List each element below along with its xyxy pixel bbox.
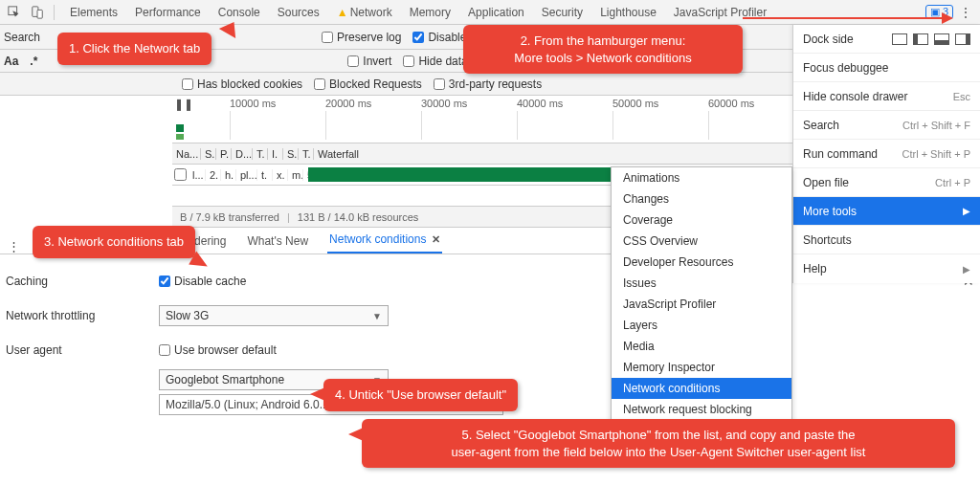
submenu-item[interactable]: Issues — [612, 273, 791, 294]
submenu-item[interactable]: Network request blocking — [612, 399, 791, 420]
inspect-icon[interactable] — [4, 2, 25, 23]
dock-side-label: Dock side — [803, 33, 854, 46]
blocked-requests-checkbox[interactable]: Blocked Requests — [314, 77, 422, 91]
drawer-tab-network-conditions[interactable]: Network conditions✕ — [327, 227, 442, 254]
menu-focus-debuggee[interactable]: Focus debuggee — [793, 54, 980, 82]
submenu-item[interactable]: Coverage — [612, 209, 791, 231]
menu-run-command[interactable]: Run commandCtrl + Shift + P — [793, 140, 980, 168]
use-browser-default-checkbox[interactable]: Use browser default — [159, 343, 277, 357]
search-label: Search — [4, 31, 40, 44]
dock-left-icon[interactable] — [913, 33, 928, 45]
submenu-item[interactable]: Network conditions — [612, 378, 791, 399]
caching-label: Caching — [6, 275, 140, 288]
timeline-mark — [176, 134, 184, 140]
drawer-menu-icon[interactable]: ⋮ — [8, 239, 20, 254]
submenu-item[interactable]: JavaScript Profiler — [612, 294, 791, 315]
submenu-item[interactable]: Layers — [612, 315, 791, 336]
case-toggle[interactable]: Aa — [4, 55, 18, 68]
svg-rect-2 — [37, 10, 42, 18]
disable-cache-checkbox-2[interactable]: Disable cache — [159, 275, 246, 288]
menu-more-tools[interactable]: More tools▶ — [793, 197, 980, 226]
tab-memory[interactable]: Memory — [408, 0, 453, 25]
timeline-pause-icon[interactable]: ❚❚ — [174, 98, 193, 111]
devtools-menu-button[interactable]: ⋮ — [955, 5, 976, 20]
callout-5: 5. Select "Googlebot Smartphone" from th… — [362, 419, 955, 468]
submenu-item[interactable]: Media — [612, 336, 791, 357]
tick: 60000 ms — [708, 98, 754, 109]
menu-hide-drawer[interactable]: Hide console drawerEsc — [793, 82, 980, 111]
regex-toggle[interactable]: .* — [30, 55, 37, 68]
third-party-checkbox[interactable]: 3rd-party requests — [434, 77, 542, 91]
preserve-log-checkbox[interactable]: Preserve log — [322, 31, 401, 44]
blocked-cookies-checkbox[interactable]: Has blocked cookies — [182, 77, 302, 91]
tick: 20000 ms — [325, 98, 371, 109]
timeline-mark — [176, 124, 184, 132]
settings-menu: Dock side Focus debuggee Hide console dr… — [792, 25, 980, 283]
tab-elements[interactable]: Elements — [68, 0, 120, 25]
devtools-tabs: Elements Performance Console Sources ▲Ne… — [60, 0, 924, 25]
submenu-item[interactable]: CSS Overview — [612, 231, 791, 252]
throttling-label: Network throttling — [6, 309, 140, 322]
menu-shortcuts[interactable]: Shortcuts — [793, 226, 980, 254]
menu-search[interactable]: SearchCtrl + Shift + F — [793, 111, 980, 140]
tab-security[interactable]: Security — [540, 0, 585, 25]
dock-right-icon[interactable] — [955, 33, 970, 45]
device-icon[interactable] — [27, 2, 48, 23]
tab-js-profiler[interactable]: JavaScript Profiler — [672, 0, 768, 25]
submenu-item[interactable]: Memory Inspector — [612, 357, 791, 378]
submenu-item[interactable]: Changes — [612, 188, 791, 209]
tab-lighthouse[interactable]: Lighthouse — [598, 0, 658, 25]
submenu-item[interactable]: Animations — [612, 167, 791, 188]
callout-3: 3. Network conditions tab — [33, 226, 195, 258]
user-agent-label: User agent — [6, 343, 140, 357]
drawer-tab-whatsnew[interactable]: What's New — [245, 229, 310, 254]
chevron-right-icon: ▶ — [963, 264, 970, 275]
tab-sources[interactable]: Sources — [276, 0, 322, 25]
submenu-item[interactable]: Developer Resources — [612, 252, 791, 273]
tick: 30000 ms — [421, 98, 467, 109]
row-checkbox[interactable] — [174, 168, 187, 181]
callout-1: 1. Click the Network tab — [57, 33, 212, 65]
tab-network[interactable]: ▲Network — [335, 0, 394, 25]
tick: 40000 ms — [517, 98, 563, 109]
callout-2: 2. From the hamburger menu: More tools >… — [463, 25, 743, 74]
tab-application[interactable]: Application — [466, 0, 526, 25]
tab-performance[interactable]: Performance — [133, 0, 203, 25]
callout-2-arrow — [743, 17, 944, 19]
throttling-select[interactable]: Slow 3G▼ — [159, 305, 389, 326]
close-icon[interactable]: ✕ — [432, 233, 440, 246]
menu-help[interactable]: Help▶ — [793, 254, 980, 283]
invert-checkbox[interactable]: Invert — [347, 55, 391, 68]
dock-bottom-icon[interactable] — [934, 33, 949, 45]
tick: 10000 ms — [230, 98, 276, 109]
more-tools-submenu: AnimationsChangesCoverageCSS OverviewDev… — [611, 166, 792, 421]
dock-undock-icon[interactable] — [892, 33, 907, 45]
hide-data-checkbox[interactable]: Hide data — [403, 55, 467, 68]
menu-open-file[interactable]: Open fileCtrl + P — [793, 168, 980, 197]
chevron-right-icon: ▶ — [963, 206, 970, 216]
callout-4: 4. Untick "Use browser default" — [323, 379, 518, 411]
chevron-down-icon: ▼ — [372, 311, 382, 321]
tick: 50000 ms — [612, 98, 658, 109]
warning-icon: ▲ — [337, 6, 348, 19]
